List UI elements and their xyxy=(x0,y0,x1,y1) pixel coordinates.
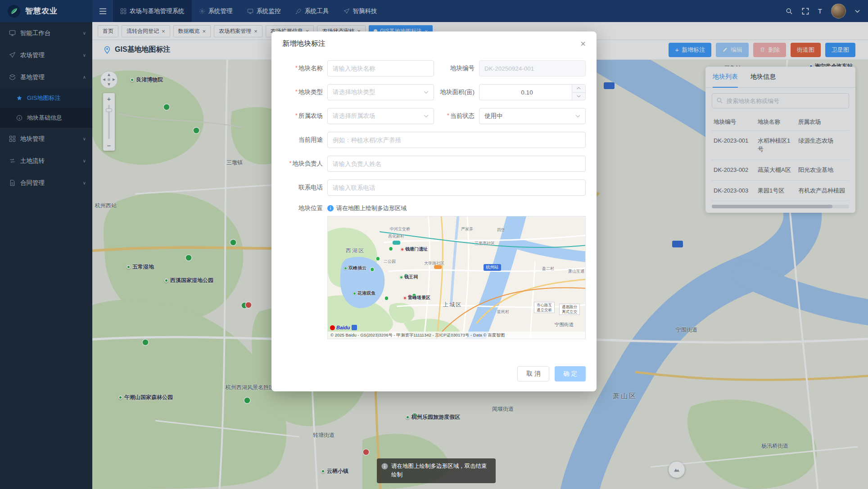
phone-input[interactable] xyxy=(327,179,586,196)
toast-text: 请在地图上绘制多边形区域，双击结束绘制 xyxy=(391,462,491,480)
map-label: 双峰插云 xyxy=(344,265,366,271)
select-value: 使用中 xyxy=(484,112,503,120)
hint-text: 请在地图上绘制多边形区域 xyxy=(336,204,407,212)
plot-type-select[interactable]: 请选择地块类型 xyxy=(327,84,434,100)
draw-polygon-toast: 请在地图上绘制多边形区域，双击结束绘制 xyxy=(377,458,496,483)
dialog-title: 新增地块标注 xyxy=(282,39,326,49)
zhitu-logo-icon xyxy=(352,325,357,330)
cancel-button[interactable]: 取 消 xyxy=(517,366,549,381)
map-label: 星民村 xyxy=(497,309,509,315)
map-attribution: © 2025 Baidu - GS(2023)3206号 - 甲测资字11111… xyxy=(328,332,585,339)
required-mark: * xyxy=(295,112,298,120)
map-label: 大学路社区 xyxy=(424,260,444,266)
decrease-button[interactable] xyxy=(572,93,585,100)
district-label: 西湖区 xyxy=(346,247,365,255)
map-label: 通惠路分离式立交 xyxy=(559,304,580,315)
map-label: 昌化新村 xyxy=(388,233,404,239)
location-field: 请在地图上绘制多边形区域 xyxy=(327,203,586,339)
field-label: *地块负责人 xyxy=(282,160,327,168)
baidu-logo-text: Baidu xyxy=(336,325,350,330)
chevron-down-icon xyxy=(575,114,580,118)
map-label: 市心路互通立交桥 xyxy=(534,302,555,313)
station-label: 杭州站 xyxy=(484,264,501,271)
baidu-logo: Baidu xyxy=(330,325,357,330)
dialog-body: *地块名称 地块编号 *地块类型 请选择地块类型 地块面积(亩) xyxy=(271,56,597,347)
info-icon xyxy=(327,205,334,211)
chevron-down-icon xyxy=(424,90,429,94)
map-label: 雷峰塔景区 xyxy=(403,295,430,301)
info-icon xyxy=(381,463,388,470)
chevron-down-icon xyxy=(577,95,581,98)
dialog-map[interactable]: 西湖区 上城区 杭州站 钱塘门遗址 双峰插云 钱王祠 雷峰塔景区 花港观鱼 二公… xyxy=(327,216,586,339)
park-marker-icon xyxy=(400,276,403,279)
field-label: 当前用途 xyxy=(282,136,327,144)
dialog-footer: 取 消 确 定 xyxy=(271,366,597,391)
select-placeholder: 请选择地块类型 xyxy=(333,88,375,96)
manager-input[interactable] xyxy=(327,156,586,172)
confirm-button[interactable]: 确 定 xyxy=(555,366,586,381)
required-mark: * xyxy=(295,88,298,96)
map-label: 钱塘门遗址 xyxy=(401,246,428,252)
map-label: 花港观鱼 xyxy=(353,290,375,296)
map-label: 二公园 xyxy=(384,259,396,265)
plot-name-input[interactable] xyxy=(327,60,434,76)
plot-code-input xyxy=(479,60,586,76)
location-hint: 请在地图上绘制多边形区域 xyxy=(327,203,586,213)
required-mark: * xyxy=(295,64,298,72)
map-label: 钱王祠 xyxy=(400,274,418,280)
map-label: 盈二村 xyxy=(542,266,554,272)
dialog-close-button[interactable]: × xyxy=(580,39,586,48)
field-label: *所属农场 xyxy=(282,112,327,120)
required-mark: * xyxy=(289,160,291,168)
map-label: 萧山互通 xyxy=(568,269,584,274)
district-label: 上城区 xyxy=(443,301,462,309)
required-mark: * xyxy=(447,112,449,120)
map-label: 三里亭社区 xyxy=(475,241,495,247)
map-label: 严家弄 xyxy=(461,226,473,232)
field-label: *当前状态 xyxy=(434,112,479,120)
field-label: 地块编号 xyxy=(434,64,479,72)
field-label: 地块位置 xyxy=(282,203,327,212)
field-label: 地块面积(亩) xyxy=(434,88,479,96)
map-label: 宁围街道 xyxy=(555,322,574,328)
increase-button[interactable] xyxy=(572,85,585,93)
stepper-controls xyxy=(572,85,585,100)
status-select[interactable]: 使用中 xyxy=(479,108,586,124)
chevron-down-icon xyxy=(424,114,429,118)
field-label: *地块类型 xyxy=(282,88,327,96)
dialog-map-canvas xyxy=(328,216,585,339)
chevron-up-icon xyxy=(577,87,581,90)
farm-select[interactable]: 请选择所属农场 xyxy=(327,108,434,124)
dialog-header: 新增地块标注 × xyxy=(271,31,597,56)
scenic-marker-icon xyxy=(403,296,407,300)
field-label: 联系电话 xyxy=(282,184,327,192)
app-root: 智慧农业 农场与基地管理系统 系统管理 系统监控 系统工具 xyxy=(0,0,868,489)
select-placeholder: 请选择所属农场 xyxy=(333,112,375,120)
map-label: 四堡 xyxy=(497,227,505,233)
map-label: 中河立交桥 xyxy=(390,226,410,232)
field-label: *地块名称 xyxy=(282,64,327,72)
plot-area-input[interactable] xyxy=(479,84,586,100)
usage-input[interactable] xyxy=(327,132,586,148)
park-marker-icon xyxy=(344,267,347,270)
scenic-marker-icon xyxy=(401,248,404,251)
add-plot-dialog: 新增地块标注 × *地块名称 地块编号 *地块类型 请选择地块类型 xyxy=(271,31,597,391)
plot-area-stepper xyxy=(479,84,586,100)
baidu-paw-icon xyxy=(330,325,335,330)
park-marker-icon xyxy=(353,292,356,295)
